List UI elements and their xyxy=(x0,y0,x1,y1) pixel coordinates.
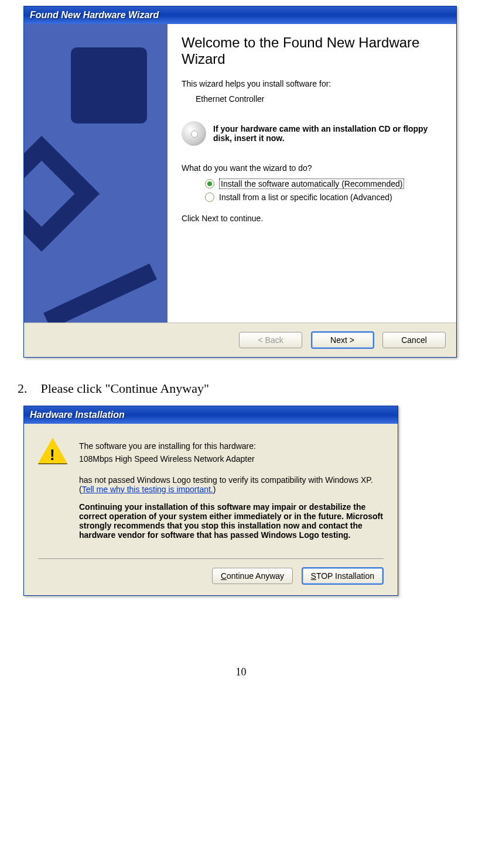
radio-option-auto[interactable]: Install the software automatically (Reco… xyxy=(205,179,442,189)
cd-icon xyxy=(182,121,206,146)
hardware-installation-dialog: Hardware Installation The software you a… xyxy=(23,406,398,596)
install-text: The software you are installing for this… xyxy=(79,438,384,543)
continue-anyway-button[interactable]: Continue Anyway xyxy=(212,568,293,584)
warning-icon xyxy=(38,438,67,467)
radio-option1-label: Install the software automatically (Reco… xyxy=(219,179,404,189)
cd-prompt-text: If your hardware came with an installati… xyxy=(213,124,442,143)
compat-text-b: ) xyxy=(213,485,216,494)
dialog1-title: Found New Hardware Wizard xyxy=(30,10,159,20)
stop-installation-button[interactable]: STOP Installation xyxy=(302,567,384,585)
continue-hint: Click Next to continue. xyxy=(182,214,442,223)
install-button-bar: Continue Anyway STOP Installation xyxy=(38,558,384,595)
wizard-question: What do you want the wizard to do? xyxy=(182,163,442,173)
wizard-content: Welcome to the Found New Hardware Wizard… xyxy=(167,24,456,323)
install-device: 108Mbps High Speed Wireless Network Adap… xyxy=(79,454,384,464)
cancel-button[interactable]: Cancel xyxy=(382,332,446,348)
radio-icon xyxy=(205,179,214,188)
install-line1: The software you are installing for this… xyxy=(79,441,384,451)
dialog2-titlebar[interactable]: Hardware Installation xyxy=(24,406,398,424)
wizard-body: Welcome to the Found New Hardware Wizard… xyxy=(24,24,456,323)
found-new-hardware-dialog: Found New Hardware Wizard Welcome to the… xyxy=(23,6,457,358)
radio-option2-label: Install from a list or specific location… xyxy=(219,193,392,202)
step2-number: 2. xyxy=(18,381,37,396)
page-number: 10 xyxy=(23,666,459,690)
install-body: The software you are installing for this… xyxy=(24,424,398,595)
install-warning: Continuing your installation of this sof… xyxy=(79,502,384,540)
device-name: Ethernet Controller xyxy=(196,94,442,104)
install-compat-text: has not passed Windows Logo testing to v… xyxy=(79,475,384,494)
wizard-intro: This wizard helps you install software f… xyxy=(182,79,442,88)
cd-prompt-row: If your hardware came with an installati… xyxy=(182,121,442,146)
why-testing-link[interactable]: Tell me why this testing is important. xyxy=(82,485,213,494)
back-button[interactable]: < Back xyxy=(239,332,302,348)
step2-instruction: 2. Please click "Continue Anyway" xyxy=(18,381,459,396)
dialog2-title: Hardware Installation xyxy=(30,410,125,420)
next-button[interactable]: Next > xyxy=(311,331,374,349)
radio-option-list[interactable]: Install from a list or specific location… xyxy=(205,193,442,202)
dialog1-titlebar[interactable]: Found New Hardware Wizard xyxy=(24,6,456,24)
wizard-sidebar-graphic xyxy=(24,24,167,323)
wizard-heading: Welcome to the Found New Hardware Wizard xyxy=(182,35,442,67)
wizard-button-bar: < Back Next > Cancel xyxy=(24,323,456,357)
radio-group: Install the software automatically (Reco… xyxy=(205,179,442,202)
install-row: The software you are installing for this… xyxy=(38,438,384,543)
radio-icon xyxy=(205,193,214,202)
step2-text: Please click "Continue Anyway" xyxy=(41,381,209,396)
